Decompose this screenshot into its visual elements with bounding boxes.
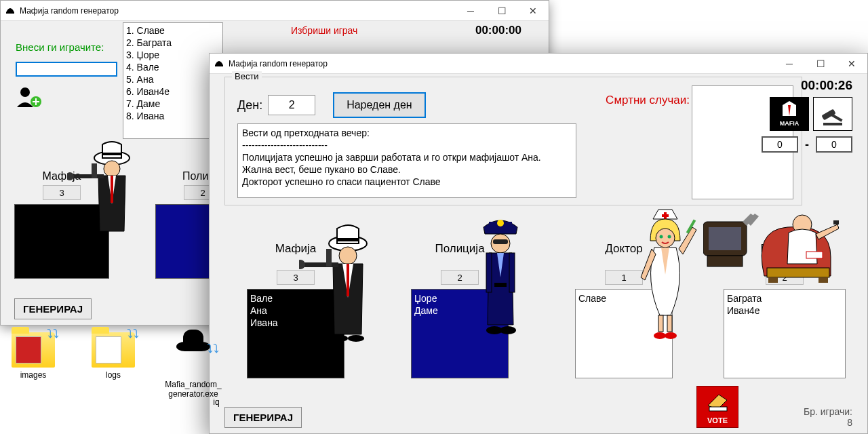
timer-display: 00:00:26 <box>801 78 852 93</box>
role-box-mafia <box>14 204 109 279</box>
deaths-label: Смртни случаи: <box>606 94 690 107</box>
role-column-citizen: Граѓанин 2 Баграта Иван4е <box>717 242 852 378</box>
svg-rect-47 <box>707 256 743 267</box>
role-count: 1 <box>605 270 643 285</box>
app-icon <box>5 5 16 16</box>
role-label: Полиција <box>389 242 531 256</box>
score-separator: - <box>805 138 809 152</box>
day-value: 2 <box>268 95 315 115</box>
svg-text:MAFIA: MAFIA <box>780 120 800 127</box>
window-title: Мафија random генератор <box>20 6 119 16</box>
fieldset-title: Вести <box>232 71 262 81</box>
svg-rect-22 <box>489 222 512 229</box>
list-item[interactable]: 3. Џоре <box>126 49 220 61</box>
role-players-mafia: Вале Ана Ивана <box>247 289 344 378</box>
titlebar-back[interactable]: Мафија random генератор ─ ☐ ✕ <box>1 1 549 21</box>
explorer-icons: ⤵⤵ images ⤵⤵ logs ⤵⤵ Mafia_random_genera… <box>3 332 247 407</box>
svg-point-23 <box>497 220 504 226</box>
role-count: 3 <box>277 270 315 285</box>
score-row: MAFIA <box>770 97 852 131</box>
timer-display: 00:00:00 <box>475 24 521 37</box>
player-count: Бр. играчи: 8 <box>804 406 852 428</box>
mafia-score: 0 <box>762 136 798 153</box>
role-label: Мафија <box>224 242 367 256</box>
svg-point-32 <box>660 235 663 239</box>
window-title: Мафија random генератор <box>229 59 328 68</box>
folder-images[interactable]: ⤵⤵ images <box>3 332 64 407</box>
svg-rect-48 <box>709 407 727 411</box>
generate-button[interactable]: ГЕНЕРИРАЈ <box>14 298 92 319</box>
players-listbox[interactable]: 1. Славе 2. Баграта 3. Џоре 4. Вале 5. А… <box>123 22 223 139</box>
next-day-button[interactable]: Нареден ден <box>333 92 425 118</box>
player-name-input[interactable] <box>16 62 117 77</box>
svg-rect-11 <box>831 113 843 121</box>
list-item[interactable]: 4. Вале <box>126 61 220 73</box>
svg-rect-34 <box>686 219 696 233</box>
enter-players-label: Внеси ги играчите: <box>16 41 104 53</box>
folder-iq[interactable]: iq <box>186 397 247 407</box>
role-count-mafia: 3 <box>43 185 81 200</box>
citizens-score: 0 <box>816 136 852 153</box>
list-item[interactable]: 7. Даме <box>126 98 220 110</box>
minimize-button[interactable]: ─ <box>774 54 805 74</box>
maximize-button[interactable]: ☐ <box>486 1 517 21</box>
list-item[interactable]: 8. Ивана <box>126 110 220 122</box>
delete-player-link[interactable]: Избриши играч <box>291 25 357 36</box>
role-count: 2 <box>441 270 479 285</box>
role-label: Доктор <box>553 242 695 256</box>
maximize-button[interactable]: ☐ <box>805 54 836 74</box>
generate-button[interactable]: ГЕНЕРИРАЈ <box>224 407 302 428</box>
svg-rect-17 <box>300 262 338 267</box>
role-column-doctor: Доктор 1 Славе <box>553 242 695 378</box>
svg-point-33 <box>668 235 671 239</box>
list-item[interactable]: 2. Баграта <box>126 37 220 49</box>
close-button[interactable]: ✕ <box>517 1 549 21</box>
svg-rect-26 <box>494 283 507 287</box>
role-players-police: Џоре Даме <box>411 289 509 378</box>
list-item[interactable]: 5. Ана <box>126 73 220 85</box>
svg-point-21 <box>348 335 364 342</box>
day-label: Ден: <box>237 98 262 113</box>
svg-point-0 <box>20 87 30 97</box>
close-button[interactable]: ✕ <box>836 54 867 74</box>
vote-button[interactable]: VOTE <box>696 386 738 428</box>
role-players-doctor: Славе <box>575 289 673 378</box>
minimize-button[interactable]: ─ <box>455 1 486 21</box>
folder-logs[interactable]: ⤵⤵ logs <box>83 332 144 407</box>
role-label: Граѓанин <box>717 242 852 256</box>
role-label-mafia: Мафија <box>14 170 109 182</box>
svg-rect-3 <box>102 153 121 155</box>
svg-rect-12 <box>823 123 842 125</box>
svg-rect-5 <box>111 176 113 203</box>
titlebar-front[interactable]: Мафија random генератор ─ ☐ ✕ <box>210 54 867 74</box>
svg-point-2 <box>94 151 130 165</box>
list-item[interactable]: 6. Иван4е <box>126 85 220 98</box>
svg-rect-44 <box>833 220 839 224</box>
add-player-icon[interactable] <box>16 85 43 111</box>
game-window: Мафија random генератор ─ ☐ ✕ Вести Ден:… <box>209 53 868 434</box>
svg-rect-28 <box>509 253 515 292</box>
exe-file[interactable]: ⤵⤵ Mafia_random_generator.exe <box>163 332 224 407</box>
svg-rect-14 <box>337 238 359 241</box>
svg-rect-27 <box>486 253 492 292</box>
mafia-score-icon: MAFIA <box>770 97 809 131</box>
svg-point-18 <box>299 260 305 269</box>
role-column-police: Полиција 2 Џоре Даме <box>389 242 531 378</box>
svg-rect-41 <box>818 277 828 283</box>
app-icon <box>214 58 224 69</box>
gavel-score-icon <box>813 97 852 131</box>
news-textarea[interactable]: Вести од претходната вечер: ------------… <box>237 123 576 198</box>
role-count: 2 <box>766 270 804 285</box>
svg-rect-16 <box>347 264 349 296</box>
news-fieldset: Вести Ден: 2 Нареден ден Смртни случаи: … <box>224 77 802 205</box>
svg-point-42 <box>793 215 812 234</box>
role-players-citizen: Баграта Иван4е <box>724 289 846 378</box>
list-item[interactable]: 1. Славе <box>126 24 220 37</box>
